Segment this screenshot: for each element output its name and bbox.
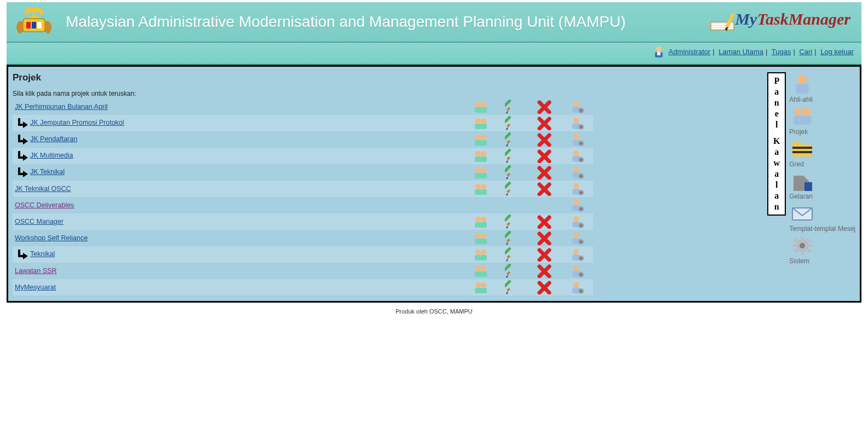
project-link[interactable]: OSCC Deliverables [15, 201, 74, 209]
project-row: Workshop Self Reliance [13, 230, 593, 246]
content-area: Projek Sila klik pada nama projek untuk … [7, 65, 861, 303]
edit-icon[interactable] [505, 132, 521, 147]
project-link[interactable]: JK Multimedia [30, 152, 73, 159]
project-link[interactable]: JK Perhimpunan Bulanan April [15, 103, 108, 111]
projects-table: JK Perhimpunan Bulanan AprilJK Jemputan … [13, 98, 593, 295]
delete-icon[interactable] [537, 100, 553, 114]
user-settings-icon[interactable] [569, 116, 585, 130]
project-row: JK Teknikal [13, 164, 593, 181]
project-link[interactable]: JK Jemputan Promosi Protokol [30, 119, 124, 126]
user-settings-icon[interactable] [569, 149, 585, 163]
project-link[interactable]: Teknikal [30, 250, 55, 258]
delete-icon[interactable] [537, 280, 553, 294]
team-icon[interactable] [473, 116, 489, 130]
control-panel-item[interactable]: Gred [789, 137, 855, 168]
project-link[interactable]: Workshop Self Reliance [15, 234, 88, 242]
project-link[interactable]: JK Teknikal [30, 168, 65, 176]
user-settings-icon[interactable] [569, 100, 585, 114]
project-row: MyMesyuarat [13, 279, 593, 295]
edit-icon[interactable] [505, 116, 521, 130]
control-panel-item[interactable]: Sistem [789, 234, 855, 265]
project-link[interactable]: Lawatan SSR [15, 267, 56, 275]
nav-logout-link[interactable]: Log keluar [820, 48, 854, 56]
delete-icon[interactable] [537, 215, 553, 229]
site-title: Malaysian Administrative Modernisation a… [66, 13, 671, 31]
user-icon [789, 72, 815, 95]
notebook-icon [708, 11, 737, 34]
control-panel-title: Panel Kawalan [767, 72, 786, 216]
brand-task: TaskManager [757, 10, 850, 28]
delete-icon[interactable] [537, 264, 553, 278]
user-settings-icon[interactable] [569, 165, 585, 179]
mail-icon [789, 201, 815, 224]
project-row: JK Pendaftaran [13, 131, 593, 148]
delete-icon[interactable] [537, 149, 553, 163]
folder-icon [789, 137, 815, 160]
user-settings-icon[interactable] [569, 198, 585, 212]
project-link[interactable]: JK Pendaftaran [30, 135, 77, 143]
control-panel-label: Templat-templat Mesej [789, 225, 855, 233]
delete-icon[interactable] [537, 182, 553, 196]
control-panel-item[interactable]: Projek [789, 105, 855, 136]
nav-search-link[interactable]: Cari [799, 48, 812, 56]
edit-icon[interactable] [505, 165, 521, 179]
control-panel-item[interactable]: Gelaran [789, 169, 855, 200]
child-arrow-icon [17, 248, 29, 260]
page-hint: Sila klik pada nama projek untuk teruska… [13, 90, 762, 97]
project-link[interactable]: JK Teknikal OSCC [15, 185, 71, 193]
project-row: Lawatan SSR [13, 263, 593, 279]
crest-icon [12, 5, 56, 38]
tag-icon [789, 169, 815, 192]
edit-icon[interactable] [505, 215, 521, 229]
delete-icon[interactable] [537, 132, 553, 147]
project-row: JK Multimedia [13, 148, 593, 164]
nav-home-link[interactable]: Laman Utama [718, 48, 763, 56]
user-settings-icon[interactable] [569, 264, 585, 278]
nav-tasks-link[interactable]: Tugas [772, 48, 791, 56]
brand-my: My [735, 10, 757, 28]
control-panel-item[interactable]: Ahli-ahli [789, 72, 855, 103]
project-link[interactable]: OSCC Manager [15, 218, 64, 225]
site-header: Malaysian Administrative Modernisation a… [7, 2, 861, 43]
edit-icon[interactable] [505, 280, 521, 294]
delete-icon[interactable] [537, 231, 553, 245]
project-row: OSCC Deliverables [13, 197, 593, 213]
user-settings-icon[interactable] [569, 215, 585, 229]
team-icon[interactable] [473, 149, 489, 163]
delete-icon[interactable] [537, 247, 553, 262]
edit-icon[interactable] [505, 100, 521, 114]
gear-icon [789, 234, 815, 257]
team-icon[interactable] [473, 165, 489, 179]
user-settings-icon[interactable] [569, 280, 585, 294]
team-icon[interactable] [473, 215, 489, 229]
team-icon[interactable] [473, 100, 489, 114]
team-icon[interactable] [473, 132, 489, 147]
main-column: Projek Sila klik pada nama projek untuk … [13, 72, 762, 295]
control-panel-label: Gelaran [789, 193, 813, 200]
control-panel-label: Ahli-ahli [789, 96, 813, 103]
team-icon[interactable] [473, 247, 489, 262]
users-icon [789, 105, 815, 128]
control-panel-item[interactable]: Templat-templat Mesej [789, 201, 855, 233]
team-icon[interactable] [473, 280, 489, 294]
project-link[interactable]: MyMesyuarat [15, 283, 56, 291]
user-settings-icon[interactable] [569, 231, 585, 245]
user-settings-icon[interactable] [569, 247, 585, 262]
nav-admin-link[interactable]: Administrator [669, 48, 711, 56]
admin-avatar-icon [652, 45, 666, 60]
user-settings-icon[interactable] [569, 132, 585, 147]
project-row: JK Jemputan Promosi Protokol [13, 115, 593, 131]
edit-icon[interactable] [505, 247, 521, 262]
edit-icon[interactable] [505, 149, 521, 163]
user-settings-icon[interactable] [569, 182, 585, 196]
team-icon[interactable] [473, 182, 489, 196]
delete-icon[interactable] [537, 165, 553, 179]
edit-icon[interactable] [505, 264, 521, 278]
control-panel-label: Projek [789, 128, 808, 136]
team-icon[interactable] [473, 231, 489, 245]
delete-icon[interactable] [537, 116, 553, 130]
edit-icon[interactable] [505, 182, 521, 196]
edit-icon[interactable] [505, 231, 521, 245]
team-icon[interactable] [473, 264, 489, 278]
footer-text: Produk oleh OSCC, MAMPU [7, 303, 861, 318]
